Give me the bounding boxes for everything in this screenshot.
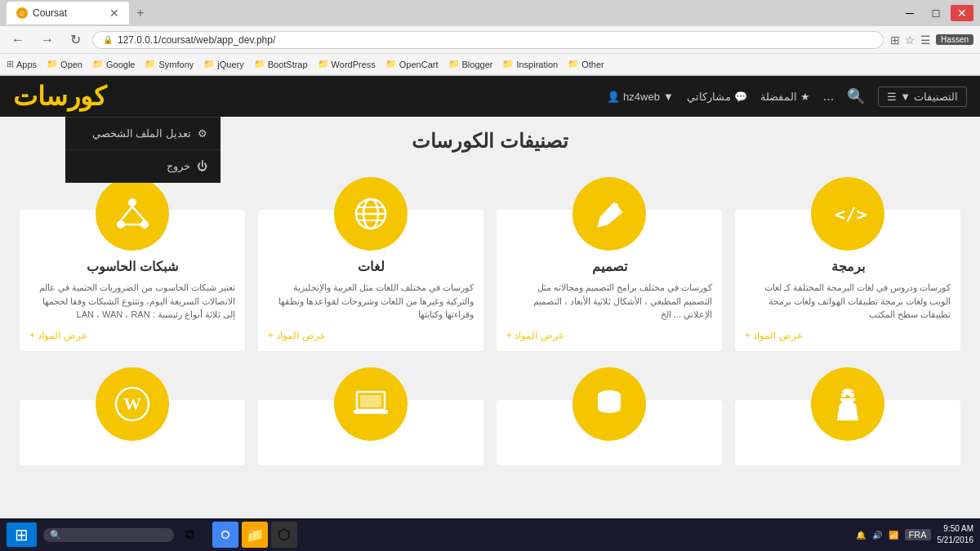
menu-icon[interactable]: ☰	[920, 33, 931, 47]
spy-card	[735, 400, 960, 465]
back-button[interactable]: ←	[7, 31, 29, 49]
search-icon[interactable]: 🔍	[847, 87, 865, 105]
bookmark-google[interactable]: 📁 Google	[92, 59, 135, 69]
task-view-button[interactable]: ⧉	[180, 526, 199, 544]
networking-card-title: شبكات الحاسوب	[20, 259, 245, 274]
folder-icon: 📁	[47, 59, 58, 69]
edit-profile-label: تعديل الملف الشخصي	[92, 127, 191, 140]
extensions-icon[interactable]: ⊞	[890, 33, 900, 47]
folder-icon: 📁	[92, 59, 104, 69]
svg-point-22	[598, 403, 621, 413]
reload-button[interactable]: ↻	[65, 30, 86, 49]
volume-icon[interactable]: 🔊	[872, 531, 882, 540]
programming-icon: </>	[811, 177, 884, 251]
active-tab[interactable]: C Coursat ✕	[7, 2, 129, 24]
design-link-text: عرض المواد +	[506, 330, 564, 341]
svg-line-4	[132, 207, 145, 220]
design-card-desc: كورسات في مختلف برامج التصميم ومجالاته م…	[497, 281, 722, 322]
bookmark-inspiration[interactable]: 📁 Inspiration	[502, 59, 558, 69]
svg-point-0	[128, 198, 136, 207]
participations-nav-item[interactable]: 💬 مشاركاتي	[687, 91, 747, 103]
url-input[interactable]: 🔒 127.0.0.1/coursat/web/app_dev.php/	[92, 31, 884, 49]
bookmark-label: Open	[60, 60, 82, 69]
wordpress-icon: W	[96, 367, 169, 441]
tab-title: Coursat	[33, 7, 105, 19]
bookmark-other[interactable]: 📁 Other	[568, 59, 604, 69]
folder-icon: 📁	[385, 59, 397, 69]
laptop-card	[258, 400, 483, 465]
card-icon-wrap	[20, 177, 245, 251]
languages-link-text: عرض المواد +	[268, 330, 326, 341]
bookmark-opencart[interactable]: 📁 OpenCart	[385, 59, 439, 69]
taskbar-search[interactable]: 🔍	[43, 528, 174, 542]
folder-icon: 📁	[203, 59, 215, 69]
categories-grid-2: W	[13, 400, 967, 465]
bookmark-label: Blogger	[462, 60, 493, 69]
user-menu[interactable]: ▼ hz4web 👤	[607, 91, 674, 103]
edit-profile-item[interactable]: ⚙ تعديل الملف الشخصي	[65, 118, 220, 150]
wordpress-card: W	[20, 400, 245, 465]
spy-icon	[811, 367, 884, 441]
languages-card-title: لغات	[258, 259, 483, 274]
card-icon-wrap	[497, 177, 722, 251]
categories-button[interactable]: التصنيفات ▼ ☰	[878, 87, 967, 107]
folder-icon: 📁	[246, 526, 264, 544]
file-explorer-taskbar-app[interactable]: 📁	[242, 522, 268, 548]
svg-text:W: W	[123, 393, 141, 414]
bookmark-wordpress[interactable]: 📁 WordPress	[318, 59, 376, 69]
browser-chrome: C Coursat ✕ + ─ □ ✕ ← → ↻ 🔒 127.0.0.1/co…	[0, 0, 980, 76]
languages-card-link[interactable]: عرض المواد +	[258, 330, 483, 341]
svg-text:</>: </>	[835, 204, 866, 224]
bookmark-label: WordPress	[332, 60, 376, 69]
site-logo[interactable]: كورسات	[13, 81, 106, 112]
tab-bar: C Coursat ✕ + ─ □ ✕	[0, 0, 980, 26]
bookmark-apps[interactable]: ⊞ Apps	[7, 59, 37, 69]
chrome-taskbar-app[interactable]	[212, 522, 238, 548]
favorites-nav-item[interactable]: ★ المفضلة	[760, 91, 810, 103]
notify-icon[interactable]: 🔔	[856, 531, 866, 540]
programming-card-link[interactable]: عرض المواد +	[735, 330, 960, 341]
programming-card: </> برمجة كورسات ودروس في لغات البرمجة ا…	[735, 210, 960, 351]
card2-icon-wrap	[258, 367, 483, 441]
networking-card-link[interactable]: عرض المواد +	[20, 330, 245, 341]
bookmark-label: Apps	[16, 60, 37, 69]
lock-icon: 🔒	[103, 35, 113, 44]
card-icon-wrap	[258, 177, 483, 251]
design-card-link[interactable]: عرض المواد +	[497, 330, 722, 341]
logout-item[interactable]: ⏻ خروج	[65, 150, 220, 183]
address-bar: ← → ↻ 🔒 127.0.0.1/coursat/web/app_dev.ph…	[0, 26, 980, 54]
hamburger-icon: ☰	[887, 91, 897, 103]
forward-button[interactable]: →	[36, 31, 59, 49]
bookmark-open[interactable]: 📁 Open	[47, 59, 82, 69]
bookmark-icon[interactable]: ☆	[905, 33, 915, 47]
more-options-button[interactable]: ...	[823, 89, 834, 104]
bookmark-bootstrap[interactable]: 📁 BootStrap	[254, 59, 308, 69]
close-button[interactable]: ✕	[951, 5, 973, 21]
minimize-button[interactable]: ─	[898, 5, 921, 21]
network-icon[interactable]: 📶	[889, 531, 898, 540]
chevron-down-icon: ▼	[663, 91, 674, 103]
bookmark-label: Google	[106, 60, 135, 69]
bookmark-label: BootStrap	[268, 60, 308, 69]
bookmarks-bar: ⊞ Apps 📁 Open 📁 Google 📁 Symfony 📁 jQuer…	[0, 54, 980, 75]
cmd-taskbar-app[interactable]: ⬡	[271, 522, 297, 548]
start-button[interactable]: ⊞	[7, 522, 37, 547]
logout-label: خروج	[167, 160, 190, 172]
top-nav: كورسات التصنيفات ▼ ☰ 🔍 ... ★ المفضلة 💬 م…	[0, 76, 980, 117]
networking-link-text: عرض المواد +	[29, 330, 87, 341]
maximize-button[interactable]: □	[924, 5, 947, 21]
bookmark-symfony[interactable]: 📁 Symfony	[145, 59, 194, 69]
folder-icon: 📁	[318, 59, 329, 69]
svg-rect-27	[844, 392, 852, 395]
database-icon	[572, 367, 646, 441]
language-indicator[interactable]: FRA	[905, 529, 931, 540]
bookmark-jquery[interactable]: 📁 jQuery	[203, 59, 243, 69]
favorites-label: المفضلة	[760, 91, 797, 103]
database-card	[497, 400, 722, 465]
bookmark-blogger[interactable]: 📁 Blogger	[448, 59, 493, 69]
bookmark-label: OpenCart	[399, 60, 439, 69]
svg-rect-16	[360, 395, 381, 407]
new-tab-button[interactable]: +	[132, 5, 149, 21]
bookmark-label: Symfony	[158, 60, 194, 69]
tab-close-button[interactable]: ✕	[109, 7, 119, 20]
